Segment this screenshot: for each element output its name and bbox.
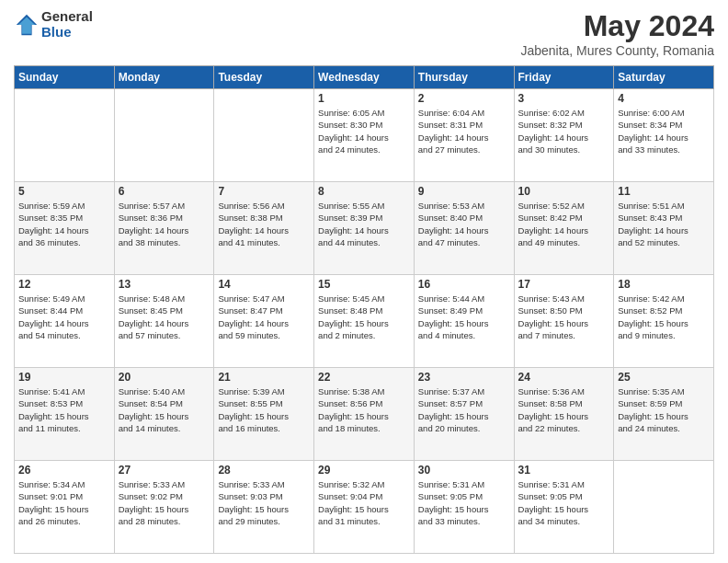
day-cell-3-4: 23Sunrise: 5:37 AM Sunset: 8:57 PM Dayli… — [414, 368, 514, 461]
day-cell-1-4: 9Sunrise: 5:53 AM Sunset: 8:40 PM Daylig… — [414, 182, 514, 275]
header-saturday: Saturday — [614, 66, 714, 89]
day-info: Sunrise: 5:41 AM Sunset: 8:53 PM Dayligh… — [18, 385, 110, 434]
week-row-0: 1Sunrise: 6:05 AM Sunset: 8:30 PM Daylig… — [15, 89, 714, 182]
day-cell-4-2: 28Sunrise: 5:33 AM Sunset: 9:03 PM Dayli… — [214, 461, 314, 554]
day-info: Sunrise: 5:52 AM Sunset: 8:42 PM Dayligh… — [518, 200, 610, 248]
day-cell-0-6: 4Sunrise: 6:00 AM Sunset: 8:34 PM Daylig… — [614, 89, 714, 182]
title-block: May 2024 Jabenita, Mures County, Romania — [520, 9, 714, 58]
day-cell-2-1: 13Sunrise: 5:48 AM Sunset: 8:45 PM Dayli… — [114, 275, 214, 368]
day-cell-2-0: 12Sunrise: 5:49 AM Sunset: 8:44 PM Dayli… — [15, 275, 115, 368]
day-cell-0-5: 3Sunrise: 6:02 AM Sunset: 8:32 PM Daylig… — [514, 89, 614, 182]
day-number: 25 — [618, 371, 710, 384]
week-row-2: 12Sunrise: 5:49 AM Sunset: 8:44 PM Dayli… — [15, 275, 714, 368]
header-monday: Monday — [114, 66, 214, 89]
header-friday: Friday — [514, 66, 614, 89]
day-info: Sunrise: 5:45 AM Sunset: 8:48 PM Dayligh… — [318, 293, 410, 341]
day-info: Sunrise: 5:38 AM Sunset: 8:56 PM Dayligh… — [318, 385, 410, 434]
day-info: Sunrise: 6:05 AM Sunset: 8:30 PM Dayligh… — [318, 107, 410, 155]
week-row-3: 19Sunrise: 5:41 AM Sunset: 8:53 PM Dayli… — [15, 368, 714, 461]
day-number: 14 — [218, 278, 310, 291]
day-number: 20 — [119, 371, 210, 384]
day-cell-0-4: 2Sunrise: 6:04 AM Sunset: 8:31 PM Daylig… — [414, 89, 514, 182]
day-info: Sunrise: 5:59 AM Sunset: 8:35 PM Dayligh… — [18, 200, 110, 248]
day-cell-3-6: 25Sunrise: 5:35 AM Sunset: 8:59 PM Dayli… — [614, 368, 714, 461]
day-cell-4-0: 26Sunrise: 5:34 AM Sunset: 9:01 PM Dayli… — [15, 461, 115, 554]
day-number: 8 — [318, 185, 410, 198]
day-cell-2-3: 15Sunrise: 5:45 AM Sunset: 8:48 PM Dayli… — [314, 275, 415, 368]
day-info: Sunrise: 5:40 AM Sunset: 8:54 PM Dayligh… — [119, 385, 210, 434]
day-cell-0-1 — [114, 89, 214, 182]
header-sunday: Sunday — [15, 66, 115, 89]
day-info: Sunrise: 5:35 AM Sunset: 8:59 PM Dayligh… — [618, 385, 710, 434]
header-thursday: Thursday — [414, 66, 514, 89]
day-number: 1 — [318, 92, 410, 105]
day-number: 13 — [119, 278, 210, 291]
calendar-title: May 2024 — [520, 9, 714, 43]
day-info: Sunrise: 5:39 AM Sunset: 8:55 PM Dayligh… — [218, 385, 310, 434]
calendar-subtitle: Jabenita, Mures County, Romania — [520, 43, 714, 58]
day-info: Sunrise: 5:53 AM Sunset: 8:40 PM Dayligh… — [418, 200, 510, 248]
day-number: 11 — [618, 185, 710, 198]
day-number: 7 — [218, 185, 310, 198]
day-number: 30 — [418, 464, 510, 477]
day-cell-4-4: 30Sunrise: 5:31 AM Sunset: 9:05 PM Dayli… — [414, 461, 514, 554]
day-info: Sunrise: 5:51 AM Sunset: 8:43 PM Dayligh… — [618, 200, 710, 248]
day-number: 16 — [418, 278, 510, 291]
day-number: 5 — [18, 185, 110, 198]
day-info: Sunrise: 5:34 AM Sunset: 9:01 PM Dayligh… — [18, 478, 110, 527]
day-cell-2-6: 18Sunrise: 5:42 AM Sunset: 8:52 PM Dayli… — [614, 275, 714, 368]
svg-marker-1 — [18, 17, 35, 33]
day-number: 15 — [318, 278, 410, 291]
day-info: Sunrise: 5:55 AM Sunset: 8:39 PM Dayligh… — [318, 200, 410, 248]
day-number: 10 — [518, 185, 610, 198]
day-number: 19 — [18, 371, 110, 384]
logo-blue: Blue — [41, 25, 93, 40]
logo-icon — [14, 12, 40, 38]
day-number: 2 — [418, 92, 510, 105]
day-number: 26 — [18, 464, 110, 477]
day-cell-3-2: 21Sunrise: 5:39 AM Sunset: 8:55 PM Dayli… — [214, 368, 314, 461]
day-cell-3-5: 24Sunrise: 5:36 AM Sunset: 8:58 PM Dayli… — [514, 368, 614, 461]
day-cell-1-1: 6Sunrise: 5:57 AM Sunset: 8:36 PM Daylig… — [114, 182, 214, 275]
day-number: 28 — [218, 464, 310, 477]
day-number: 3 — [518, 92, 610, 105]
day-info: Sunrise: 5:47 AM Sunset: 8:47 PM Dayligh… — [218, 293, 310, 341]
day-cell-1-6: 11Sunrise: 5:51 AM Sunset: 8:43 PM Dayli… — [614, 182, 714, 275]
day-info: Sunrise: 5:43 AM Sunset: 8:50 PM Dayligh… — [518, 293, 610, 341]
day-cell-0-0 — [15, 89, 115, 182]
header: General Blue May 2024 Jabenita, Mures Co… — [14, 9, 714, 58]
day-number: 4 — [618, 92, 710, 105]
day-info: Sunrise: 5:31 AM Sunset: 9:05 PM Dayligh… — [518, 478, 610, 527]
day-number: 9 — [418, 185, 510, 198]
day-cell-0-3: 1Sunrise: 6:05 AM Sunset: 8:30 PM Daylig… — [314, 89, 415, 182]
day-info: Sunrise: 6:02 AM Sunset: 8:32 PM Dayligh… — [518, 107, 610, 155]
day-number: 31 — [518, 464, 610, 477]
day-cell-1-2: 7Sunrise: 5:56 AM Sunset: 8:38 PM Daylig… — [214, 182, 314, 275]
day-cell-1-3: 8Sunrise: 5:55 AM Sunset: 8:39 PM Daylig… — [314, 182, 415, 275]
day-number: 21 — [218, 371, 310, 384]
day-number: 23 — [418, 371, 510, 384]
day-info: Sunrise: 5:33 AM Sunset: 9:02 PM Dayligh… — [119, 478, 210, 527]
logo-general: General — [41, 9, 93, 25]
header-tuesday: Tuesday — [214, 66, 314, 89]
day-cell-0-2 — [214, 89, 314, 182]
day-number: 22 — [318, 371, 410, 384]
day-info: Sunrise: 5:49 AM Sunset: 8:44 PM Dayligh… — [18, 293, 110, 341]
day-cell-4-3: 29Sunrise: 5:32 AM Sunset: 9:04 PM Dayli… — [314, 461, 415, 554]
day-number: 24 — [518, 371, 610, 384]
weekday-header-row: Sunday Monday Tuesday Wednesday Thursday… — [15, 66, 714, 89]
logo-text: General Blue — [41, 9, 93, 40]
day-number: 17 — [518, 278, 610, 291]
day-cell-2-4: 16Sunrise: 5:44 AM Sunset: 8:49 PM Dayli… — [414, 275, 514, 368]
calendar-table: Sunday Monday Tuesday Wednesday Thursday… — [14, 65, 714, 554]
day-cell-3-0: 19Sunrise: 5:41 AM Sunset: 8:53 PM Dayli… — [15, 368, 115, 461]
day-info: Sunrise: 5:48 AM Sunset: 8:45 PM Dayligh… — [119, 293, 210, 341]
day-info: Sunrise: 5:57 AM Sunset: 8:36 PM Dayligh… — [119, 200, 210, 248]
week-row-1: 5Sunrise: 5:59 AM Sunset: 8:35 PM Daylig… — [15, 182, 714, 275]
day-info: Sunrise: 5:32 AM Sunset: 9:04 PM Dayligh… — [318, 478, 410, 527]
day-info: Sunrise: 5:42 AM Sunset: 8:52 PM Dayligh… — [618, 293, 710, 341]
day-info: Sunrise: 5:36 AM Sunset: 8:58 PM Dayligh… — [518, 385, 610, 434]
day-cell-3-3: 22Sunrise: 5:38 AM Sunset: 8:56 PM Dayli… — [314, 368, 415, 461]
header-wednesday: Wednesday — [314, 66, 415, 89]
day-info: Sunrise: 5:33 AM Sunset: 9:03 PM Dayligh… — [218, 478, 310, 527]
